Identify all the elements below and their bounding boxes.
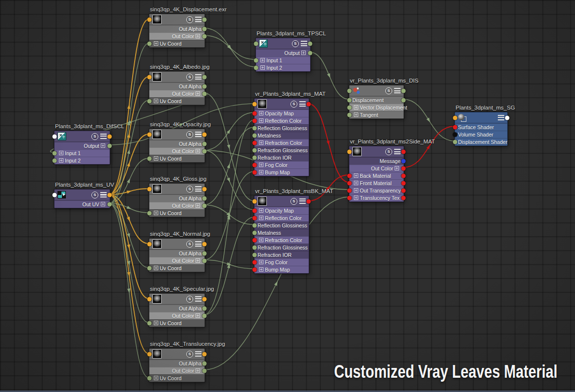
mat-row-metalness[interactable]: Metalness (255, 132, 309, 139)
file-translucency-uv-coord-left-port[interactable] (147, 376, 152, 380)
wire-yellow[interactable] (109, 195, 149, 299)
file-translucency-out-alpha-right-port[interactable] (202, 361, 207, 365)
twoside-back-material-left-port[interactable] (347, 173, 352, 178)
difscl-header-right-port[interactable] (108, 134, 112, 139)
expand-icon[interactable] (259, 111, 263, 115)
file-specular-row-uv-coord[interactable]: Uv Coord (149, 319, 204, 327)
twoside-front-material-left-port[interactable] (347, 181, 352, 185)
wire-green[interactable] (204, 28, 256, 67)
wire-green[interactable] (109, 203, 149, 213)
swatch-badge-icon[interactable]: S (385, 87, 392, 94)
expand-icon[interactable] (154, 99, 158, 103)
swatch-badge-icon[interactable]: S (186, 241, 193, 248)
mat-row-refraction-glossiness[interactable]: Refraction Glossiness (255, 146, 309, 154)
file-normal-uv-coord-left-port[interactable] (147, 266, 152, 270)
file-displacement-row-uv-coord[interactable]: Uv Coord (149, 40, 204, 47)
dis-row-vector-displacement[interactable]: Vector Displacement (349, 104, 403, 111)
mat-header[interactable]: S (255, 99, 309, 110)
expand-icon[interactable] (154, 266, 158, 270)
sg-row-volume-shader[interactable]: Volume Shader (455, 131, 507, 138)
node-file-specular[interactable]: sinq3qp_4K_Specular.jpgSOut AlphaOut Col… (149, 293, 205, 327)
dis-displacement-left-port[interactable] (347, 98, 352, 102)
bkmat-row-refraction-ior[interactable]: Refraction IOR (255, 251, 309, 258)
bkmat-refraction-color-left-port[interactable] (253, 238, 257, 242)
file-opacity-out-color-right-port[interactable] (202, 149, 207, 153)
difscl-row-input-2[interactable]: Input 2 (55, 157, 110, 164)
expand-icon[interactable] (354, 181, 358, 185)
tpscl-header[interactable]: S (256, 38, 310, 49)
node-twoside[interactable]: vr_Plants_3dplant_ms2Side_MATSMessageOut… (349, 146, 404, 202)
mat-header-left-port[interactable] (253, 102, 257, 106)
swatch-badge-icon[interactable]: S (91, 192, 98, 198)
node-file-albedo[interactable]: sinq3qp_4K_Albedo.jpgSOut AlphaOut Color… (149, 71, 205, 105)
file-displacement-out-alpha-right-port[interactable] (202, 27, 207, 31)
file-opacity-header[interactable]: S (149, 129, 204, 140)
mat-reflection-glossiness-left-port[interactable] (253, 126, 257, 130)
wire-green[interactable] (204, 217, 254, 315)
expand-icon[interactable] (259, 163, 263, 167)
wire-green[interactable] (403, 99, 455, 141)
wire-green[interactable] (204, 260, 254, 269)
twoside-out-transparency-right-port[interactable] (402, 188, 406, 193)
dis-row-tangent[interactable]: Tangent (349, 111, 403, 118)
node-file-gloss[interactable]: sinq3qp_4K_Gloss.jpgSOut AlphaOut ColorU… (149, 183, 205, 217)
file-albedo-out-color-right-port[interactable] (202, 91, 207, 96)
mat-fog-color-left-port[interactable] (253, 163, 257, 167)
file-translucency-row-out-color[interactable]: Out Color (149, 367, 204, 374)
mat-reflection-color-left-port[interactable] (253, 118, 257, 123)
file-specular-header[interactable]: S (149, 294, 204, 305)
node-menu-icon[interactable] (195, 241, 201, 247)
file-gloss-header-right-port[interactable] (202, 187, 207, 191)
tpscl-row-input-2[interactable]: Input 2 (256, 64, 310, 71)
expand-icon[interactable] (196, 258, 200, 263)
mat-refraction-color-left-port[interactable] (253, 140, 257, 145)
tpscl-header-left-port[interactable] (254, 41, 259, 46)
file-normal-out-alpha-right-port[interactable] (202, 251, 207, 255)
dis-vector-displacement-left-port[interactable] (347, 105, 352, 110)
file-displacement-out-color-right-port[interactable] (202, 34, 207, 38)
expand-icon[interactable] (196, 368, 200, 373)
expand-icon[interactable] (154, 321, 158, 325)
file-specular-header-right-port[interactable] (202, 297, 207, 301)
file-translucency-row-uv-coord[interactable]: Uv Coord (149, 374, 204, 382)
twoside-message-right-port[interactable] (402, 159, 406, 163)
wire-red[interactable] (308, 104, 349, 182)
file-displacement-row-out-color[interactable]: Out Color (149, 32, 204, 40)
tpscl-input-2-left-port[interactable] (254, 65, 259, 70)
wire-green[interactable] (204, 35, 256, 59)
node-menu-icon[interactable] (301, 41, 307, 46)
uv-header[interactable]: S (55, 190, 110, 200)
file-albedo-header[interactable]: S (149, 72, 204, 83)
mat-row-reflection-glossiness[interactable]: Reflection Glossiness (255, 124, 309, 132)
dis-header[interactable]: S (349, 85, 403, 96)
file-gloss-uv-coord-left-port[interactable] (147, 211, 152, 215)
file-normal-out-color-right-port[interactable] (202, 258, 207, 263)
expand-icon[interactable] (59, 158, 63, 163)
wire-green[interactable] (109, 158, 149, 203)
mat-bump-map-left-port[interactable] (253, 170, 257, 174)
expand-icon[interactable] (354, 173, 358, 178)
expand-icon[interactable] (196, 34, 200, 38)
expand-icon[interactable] (154, 376, 158, 380)
bkmat-row-refraction-color[interactable]: Refraction Color (255, 236, 309, 244)
node-menu-icon[interactable] (299, 198, 306, 204)
difscl-header-left-port[interactable] (53, 134, 57, 139)
wire-yellow[interactable] (109, 77, 149, 195)
node-menu-icon[interactable] (195, 296, 201, 302)
mat-refraction-ior-left-port[interactable] (253, 155, 257, 160)
file-translucency-header-left-port[interactable] (147, 352, 152, 356)
tpscl-row-input-1[interactable]: Input 1 (256, 56, 310, 64)
node-tpscl[interactable]: Plants_3dplant_ms_TPSCLSOutputInput 1Inp… (256, 38, 311, 72)
mat-row-reflection-color[interactable]: Reflection Color (255, 117, 309, 124)
tpscl-row-output[interactable]: Output (256, 49, 310, 56)
wire-yellow[interactable] (109, 189, 149, 195)
node-menu-icon[interactable] (100, 134, 107, 139)
dis-header-right-port[interactable] (402, 88, 406, 93)
node-menu-icon[interactable] (195, 186, 201, 192)
twoside-row-front-material[interactable]: Front Material (349, 179, 403, 187)
bkmat-row-bump-map[interactable]: Bump Map (255, 266, 309, 273)
swatch-badge-icon[interactable]: S (186, 16, 193, 23)
dis-tangent-left-port[interactable] (347, 112, 352, 117)
mat-opacity-map-left-port[interactable] (253, 111, 257, 115)
node-difscl[interactable]: Plants_3dplant_ms_DifSCLSOutputInput 1In… (54, 131, 110, 165)
